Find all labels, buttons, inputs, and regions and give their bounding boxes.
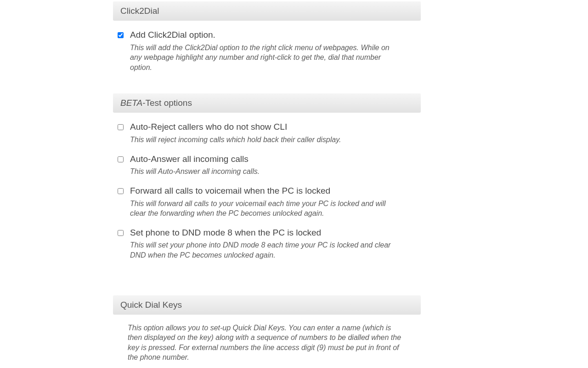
option-beta-1: Auto-Answer all incoming calls This will…	[113, 153, 421, 183]
section-header-quickdial: Quick Dial Keys	[113, 295, 421, 315]
option-desc: This will add the Click2Dial option to t…	[130, 43, 421, 73]
option-title: Auto-Answer all incoming calls	[130, 153, 421, 165]
checkbox-beta-3[interactable]	[118, 230, 124, 236]
beta-suffix: -Test options	[142, 98, 192, 108]
quickdial-desc: This option allows you to set-up Quick D…	[113, 323, 421, 362]
checkbox-click2dial[interactable]	[118, 32, 124, 38]
option-desc: This will reject incoming calls which ho…	[130, 135, 421, 145]
option-title: Auto-Reject callers who do not show CLI	[130, 121, 421, 133]
option-beta-0: Auto-Reject callers who do not show CLI …	[113, 121, 421, 151]
option-desc: This will forward all calls to your voic…	[130, 199, 421, 218]
option-beta-3: Set phone to DND mode 8 when the PC is l…	[113, 227, 421, 267]
section-header-beta: BETA-Test options	[113, 93, 421, 113]
option-beta-2: Forward all calls to voicemail when the …	[113, 185, 421, 225]
option-title: Forward all calls to voicemail when the …	[130, 185, 421, 197]
option-title: Add Click2Dial option.	[130, 29, 421, 41]
option-click2dial: Add Click2Dial option. This will add the…	[113, 29, 421, 79]
checkbox-beta-0[interactable]	[118, 124, 124, 130]
option-title: Set phone to DND mode 8 when the PC is l…	[130, 227, 421, 239]
section-header-click2dial: Click2Dial	[113, 1, 421, 21]
beta-prefix: BETA	[120, 98, 142, 108]
checkbox-beta-2[interactable]	[118, 188, 124, 194]
option-desc: This will Auto-Answer all incoming calls…	[130, 167, 421, 177]
checkbox-beta-1[interactable]	[118, 156, 124, 162]
option-desc: This will set your phone into DND mode 8…	[130, 240, 421, 260]
